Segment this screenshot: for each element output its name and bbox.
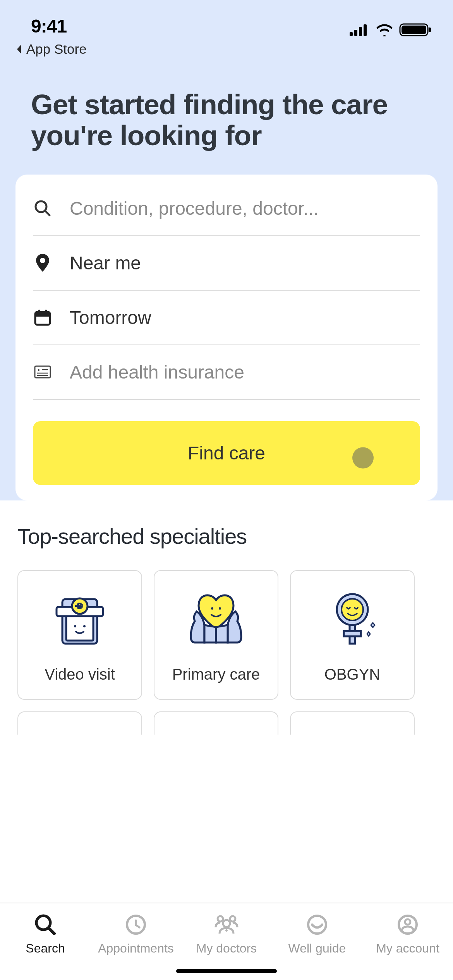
svg-rect-11 <box>35 312 50 317</box>
back-to-app-label: App Store <box>26 41 87 57</box>
svg-rect-2 <box>359 27 362 36</box>
svg-point-9 <box>40 258 45 263</box>
specialty-card-obgyn[interactable]: OBGYN <box>290 570 415 700</box>
video-visit-icon <box>47 586 113 652</box>
specialty-label: Video visit <box>45 666 115 683</box>
cellular-icon <box>350 24 370 36</box>
specialty-label: OBGYN <box>324 666 380 683</box>
page-title: Get started finding the care you're look… <box>0 54 453 175</box>
search-card: Condition, procedure, doctor... Near me <box>15 175 438 500</box>
specialty-card-primary-care[interactable]: Primary care <box>154 570 278 700</box>
specialty-card-peek[interactable] <box>290 711 415 735</box>
insurance-placeholder: Add health insurance <box>70 362 244 383</box>
specialty-grid: Video visit Primary care <box>17 570 436 735</box>
svg-rect-5 <box>402 26 426 34</box>
svg-rect-12 <box>38 310 40 314</box>
specialties-heading: Top-searched specialties <box>17 524 436 549</box>
tab-label: My account <box>376 941 439 956</box>
search-tab-icon <box>34 913 57 936</box>
svg-point-25 <box>219 607 221 610</box>
svg-point-23 <box>83 625 86 627</box>
svg-rect-0 <box>350 32 353 36</box>
tab-search[interactable]: Search <box>3 913 88 956</box>
obgyn-icon <box>319 586 385 652</box>
tab-label: My doctors <box>196 941 257 956</box>
search-icon <box>34 200 51 217</box>
svg-point-24 <box>211 607 213 610</box>
smile-icon <box>306 913 328 936</box>
status-time: 9:41 <box>31 15 87 37</box>
location-pin-icon <box>36 254 49 272</box>
specialty-card-peek[interactable] <box>154 711 278 735</box>
specialty-card-peek[interactable] <box>17 711 142 735</box>
tab-my-account[interactable]: My account <box>365 913 450 956</box>
svg-line-34 <box>136 925 139 927</box>
tab-well-guide[interactable]: Well guide <box>275 913 360 956</box>
home-indicator[interactable] <box>176 969 277 973</box>
svg-rect-29 <box>344 631 361 636</box>
insurance-card-icon <box>34 365 51 379</box>
find-care-label: Find care <box>188 443 265 463</box>
svg-rect-6 <box>429 27 431 32</box>
status-bar: 9:41 App Store <box>0 15 453 54</box>
specialty-label: Primary care <box>172 666 260 683</box>
svg-rect-1 <box>354 30 357 36</box>
svg-rect-3 <box>364 24 367 36</box>
tab-bar: Search Appointments My doctors <box>0 903 453 980</box>
svg-point-36 <box>230 916 235 922</box>
highlight-dot-icon <box>352 447 374 469</box>
condition-placeholder: Condition, procedure, doctor... <box>70 198 319 219</box>
condition-field[interactable]: Condition, procedure, doctor... <box>33 194 420 236</box>
wifi-icon <box>375 23 394 36</box>
date-value: Tomorrow <box>70 307 151 328</box>
svg-point-27 <box>341 599 363 620</box>
tab-label: Well guide <box>288 941 346 956</box>
tab-appointments[interactable]: Appointments <box>93 913 178 956</box>
svg-rect-14 <box>35 366 50 378</box>
insurance-field[interactable]: Add health insurance <box>33 345 420 400</box>
location-value: Near me <box>70 252 141 274</box>
svg-point-35 <box>218 916 223 922</box>
date-field[interactable]: Tomorrow <box>33 291 420 345</box>
doctors-icon <box>213 913 240 936</box>
find-care-button[interactable]: Find care <box>33 421 420 485</box>
tab-label: Search <box>26 941 65 956</box>
clock-icon <box>125 913 147 936</box>
svg-point-22 <box>74 625 76 627</box>
svg-line-31 <box>49 928 54 934</box>
svg-point-40 <box>308 916 326 934</box>
primary-care-icon <box>183 586 249 652</box>
tab-my-doctors[interactable]: My doctors <box>184 913 269 956</box>
location-field[interactable]: Near me <box>33 236 420 291</box>
calendar-icon <box>34 309 51 326</box>
svg-rect-13 <box>45 310 47 314</box>
account-icon <box>396 913 419 936</box>
tab-label: Appointments <box>98 941 174 956</box>
specialty-card-video-visit[interactable]: Video visit <box>17 570 142 700</box>
battery-icon <box>399 22 432 37</box>
back-caret-icon <box>15 44 22 54</box>
svg-line-8 <box>45 211 50 215</box>
svg-point-37 <box>223 920 230 927</box>
back-to-app-link[interactable]: App Store <box>15 41 87 57</box>
svg-point-42 <box>405 919 410 925</box>
